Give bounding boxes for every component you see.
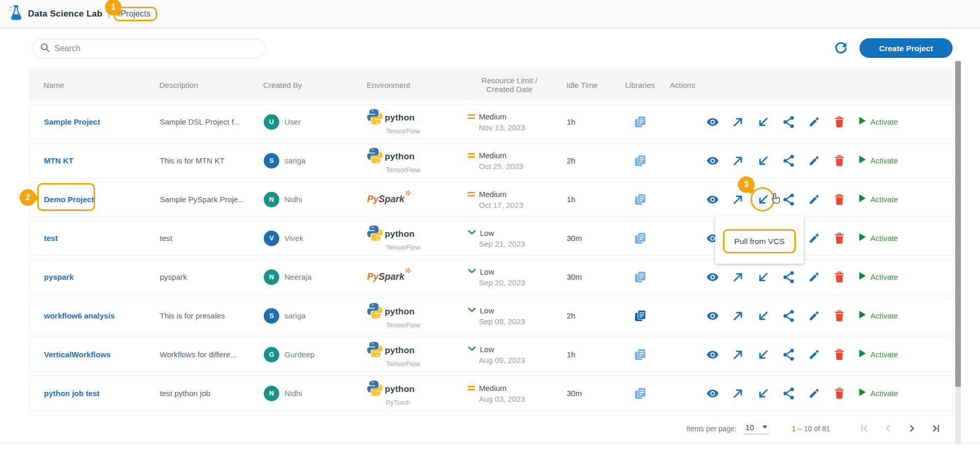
breadcrumb-projects[interactable]: Projects <box>120 9 150 18</box>
project-name-link[interactable]: VerticalWorkflows <box>44 350 111 359</box>
edit-icon[interactable] <box>808 387 820 400</box>
scrollbar-thumb[interactable] <box>955 61 961 387</box>
play-icon <box>858 271 866 282</box>
pull-from-vcs-icon[interactable] <box>757 310 770 322</box>
edit-icon[interactable] <box>808 232 820 245</box>
libraries-icon[interactable] <box>634 309 647 323</box>
delete-icon[interactable] <box>833 310 846 322</box>
resource-level: Medium <box>479 190 506 199</box>
share-icon[interactable] <box>782 310 795 322</box>
edit-icon[interactable] <box>808 310 820 322</box>
edit-icon[interactable] <box>808 349 820 361</box>
view-icon[interactable] <box>706 387 719 400</box>
name-cell: test <box>29 221 156 255</box>
python-environment: python TensorFlow <box>367 342 420 368</box>
scrollbar-track[interactable] <box>955 61 961 445</box>
share-icon[interactable] <box>782 271 795 283</box>
libraries-icon[interactable] <box>634 231 647 245</box>
project-name-link[interactable]: pyspark <box>44 273 74 281</box>
project-name-link[interactable]: test <box>44 234 58 243</box>
view-icon[interactable] <box>706 193 719 206</box>
create-project-button[interactable]: Create Project <box>860 38 953 58</box>
view-icon[interactable] <box>706 310 719 322</box>
share-icon[interactable] <box>782 155 795 167</box>
project-name-link[interactable]: python job test <box>44 389 100 398</box>
libraries-cell <box>611 182 670 217</box>
caret-down-icon <box>762 426 767 429</box>
delete-icon[interactable] <box>833 193 846 206</box>
delete-icon[interactable] <box>833 349 846 361</box>
project-name-link[interactable]: MTN KT <box>44 156 73 165</box>
edit-icon[interactable] <box>808 116 820 128</box>
push-to-vcs-icon[interactable] <box>732 349 744 361</box>
activate-button[interactable]: Activate <box>858 116 898 128</box>
pull-from-vcs-icon[interactable] <box>757 349 770 361</box>
share-icon[interactable] <box>782 193 795 206</box>
view-icon[interactable] <box>706 271 719 283</box>
view-icon[interactable] <box>706 349 719 361</box>
project-name-link[interactable]: workflow6 analysis <box>44 311 115 320</box>
activate-button[interactable]: Activate <box>858 232 898 245</box>
edit-icon[interactable] <box>808 155 820 167</box>
share-icon[interactable] <box>782 116 795 128</box>
app-title: Data Science Lab <box>28 9 102 19</box>
libraries-icon[interactable] <box>634 154 647 168</box>
activate-button[interactable]: Activate <box>858 349 898 361</box>
delete-icon[interactable] <box>833 271 846 283</box>
first-page-icon[interactable] <box>860 424 869 433</box>
actions-cell: Activate <box>670 376 953 411</box>
share-icon[interactable] <box>782 349 795 361</box>
delete-icon[interactable] <box>833 116 846 128</box>
libraries-icon[interactable] <box>634 270 647 284</box>
view-icon[interactable] <box>706 116 719 128</box>
resource-cell: Medium Nov 13, 2023 <box>463 104 556 139</box>
activate-button[interactable]: Activate <box>858 387 898 400</box>
creator-name: sariga <box>284 311 306 320</box>
libraries-icon[interactable] <box>634 192 647 206</box>
libraries-icon[interactable] <box>634 115 647 129</box>
push-to-vcs-icon[interactable] <box>732 387 744 400</box>
project-description: Sample PySpark Proje... <box>160 195 244 204</box>
python-wordmark: python <box>385 113 415 123</box>
python-wordmark: python <box>385 307 415 317</box>
delete-icon[interactable] <box>833 232 846 245</box>
push-to-vcs-icon[interactable] <box>732 310 744 322</box>
project-name-link[interactable]: Sample Project <box>44 117 100 126</box>
idle-time-cell: 1h <box>556 104 611 139</box>
activate-button[interactable]: Activate <box>858 271 898 283</box>
pull-from-vcs-icon[interactable] <box>757 387 770 400</box>
project-name-link[interactable]: Demo Project <box>44 195 94 204</box>
table-row: VerticalWorkflows Workflows for differe.… <box>29 337 953 372</box>
refresh-icon[interactable] <box>834 41 848 55</box>
view-icon[interactable] <box>706 155 719 167</box>
push-to-vcs-icon[interactable] <box>732 155 744 167</box>
pyspark-spark: Spark <box>379 271 404 282</box>
low-resource-icon <box>468 344 476 354</box>
share-icon[interactable] <box>782 387 795 400</box>
previous-page-icon[interactable] <box>884 424 893 433</box>
python-environment: python PyTorch <box>367 381 415 406</box>
pull-from-vcs-icon[interactable] <box>757 116 770 128</box>
items-per-page-select[interactable]: 10 <box>744 423 769 434</box>
edit-icon[interactable] <box>808 193 820 206</box>
libraries-icon[interactable] <box>634 347 647 361</box>
push-to-vcs-icon[interactable] <box>732 116 744 128</box>
column-header: Idle Time <box>556 69 610 101</box>
pull-from-vcs-icon[interactable] <box>757 155 770 167</box>
activate-button[interactable]: Activate <box>858 155 898 167</box>
libraries-icon[interactable] <box>634 386 647 400</box>
delete-icon[interactable] <box>833 155 846 167</box>
push-to-vcs-icon[interactable] <box>732 193 744 206</box>
idle-time-cell: 2h <box>556 143 611 178</box>
pull-from-vcs-icon[interactable] <box>757 271 770 283</box>
push-to-vcs-icon[interactable] <box>732 271 744 283</box>
edit-icon[interactable] <box>808 271 820 283</box>
last-page-icon[interactable] <box>931 424 940 433</box>
next-page-icon[interactable] <box>908 424 916 433</box>
idle-time: 1h <box>567 350 576 359</box>
activate-button[interactable]: Activate <box>858 193 898 206</box>
search-input[interactable] <box>54 44 240 53</box>
delete-icon[interactable] <box>833 387 846 400</box>
environment-cell: python PySpark ☆ <box>365 182 463 217</box>
activate-button[interactable]: Activate <box>858 310 898 322</box>
